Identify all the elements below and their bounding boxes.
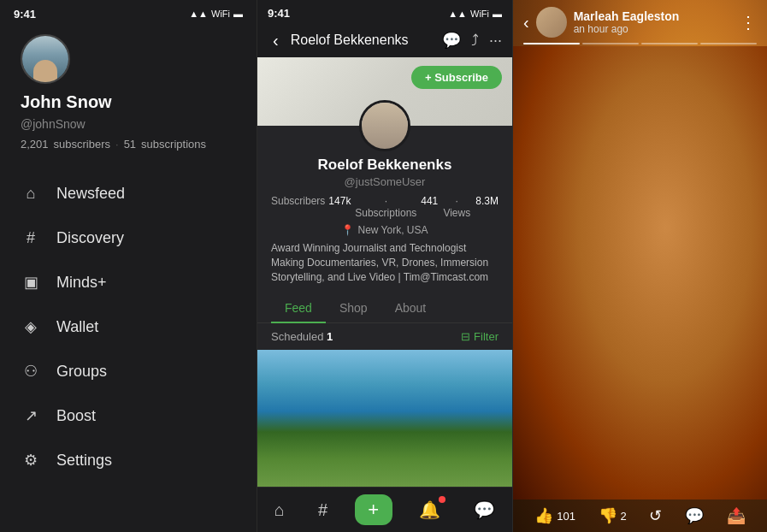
sidebar-item-boost[interactable]: ↗ Boost [0, 393, 257, 438]
plus-icon: + [368, 499, 379, 521]
subscribe-button[interactable]: + Subscribe [411, 66, 502, 89]
story-more-icon[interactable]: ⋮ [740, 12, 757, 33]
progress-segment-4 [700, 43, 757, 44]
avatar[interactable] [21, 34, 70, 84]
progress-segment-1 [523, 43, 580, 44]
comment-action[interactable]: 💬 [685, 506, 704, 525]
story-back-button[interactable]: ‹ [523, 13, 529, 33]
share-icon: 📤 [727, 506, 746, 525]
scheduled-bar: Scheduled 1 ⊟ Filter [257, 323, 512, 350]
bottom-chat-icon[interactable]: 💬 [467, 496, 502, 523]
avatar-face [33, 60, 57, 84]
dislike-icon: 👎 [599, 506, 617, 525]
bottom-nav-mid: ⌂ # + 🔔 💬 [257, 487, 512, 532]
sidebar-item-label-newsfeed: Newsfeed [56, 185, 125, 203]
panel-left: 9:41 ▲▲ WiFi ▬ John Snow @johnSnow 2,201… [0, 0, 257, 532]
profile-banner: + Subscribe [257, 57, 512, 126]
dot-separator: · [115, 138, 119, 151]
sidebar-item-mindsplus[interactable]: ▣ Minds+ [0, 260, 257, 304]
subscriptions-label: subscriptions [141, 138, 206, 151]
sidebar-item-label-discovery: Discovery [56, 229, 124, 247]
story-progress [513, 41, 767, 46]
panel-right: ‹ Marleah Eagleston an hour ago ⋮ 👍 101 … [513, 0, 767, 532]
post-image-landscape [257, 350, 512, 487]
profile-bio: Award Winning Journalist and Technologis… [271, 241, 499, 284]
story-user-info: Marleah Eagleston an hour ago [574, 9, 733, 35]
status-icons-left: ▲▲ WiFi ▬ [189, 9, 243, 19]
notification-dot [439, 496, 445, 503]
sidebar-item-label-settings: Settings [56, 452, 112, 470]
filter-button[interactable]: ⊟ Filter [461, 330, 499, 343]
profile-section: John Snow @johnSnow 2,201 subscribers · … [0, 24, 257, 164]
avatar-inner [22, 36, 68, 82]
sidebar-item-newsfeed[interactable]: ⌂ Newsfeed [0, 171, 257, 216]
wifi-icon: WiFi [211, 9, 230, 19]
back-button[interactable]: ‹ [268, 29, 284, 52]
subscribers-label: subscribers [54, 138, 110, 151]
wifi-icon-mid: WiFi [470, 9, 489, 19]
story-time: an hour ago [574, 23, 733, 35]
signal-icon-mid: ▲▲ [448, 9, 467, 19]
stat-sep1: · Subscriptions [354, 195, 417, 219]
post-image [257, 350, 512, 487]
status-icons-mid: ▲▲ WiFi ▬ [448, 9, 502, 19]
sidebar-item-wallet[interactable]: ◈ Wallet [0, 304, 257, 349]
share-icon[interactable]: ⤴ [471, 32, 479, 50]
bottom-plus-button[interactable]: + [355, 494, 392, 525]
story-username: Marleah Eagleston [574, 9, 733, 23]
more-options-icon[interactable]: ··· [489, 32, 502, 50]
mid-nav-icons: 💬 ⤴ ··· [442, 31, 502, 50]
stat-value-subscribers: 147k [328, 195, 351, 219]
wallet-icon: ◈ [21, 316, 41, 337]
profile-tabs: Feed Shop About [257, 294, 512, 323]
progress-segment-3 [641, 43, 698, 44]
panel-mid: 9:41 ▲▲ WiFi ▬ ‹ Roelof Bekkenenks 💬 ⤴ ·… [257, 0, 513, 532]
like-count: 101 [557, 510, 575, 523]
profile-handle-mid: @justSomeUser [271, 175, 499, 188]
profile-name-mid: Roelof Bekkenenks [271, 157, 499, 174]
bottom-home-icon[interactable]: ⌂ [268, 497, 292, 523]
like-action[interactable]: 👍 101 [534, 506, 575, 525]
bell-icon: 🔔 [419, 500, 440, 519]
stat-value-subscriptions: 441 [421, 195, 438, 219]
comment-icon: 💬 [685, 506, 704, 525]
profile-location: 📍 New York, USA [271, 224, 499, 236]
location-text: New York, USA [357, 224, 428, 236]
bottom-notification-icon[interactable]: 🔔 [412, 496, 447, 523]
dislike-action[interactable]: 👎 2 [599, 506, 627, 525]
tab-shop[interactable]: Shop [326, 294, 381, 323]
filter-label: Filter [474, 330, 499, 343]
signal-icon: ▲▲ [189, 9, 208, 19]
boost-icon: ↗ [21, 405, 41, 426]
sidebar-item-label-wallet: Wallet [56, 318, 98, 336]
sidebar-item-discovery[interactable]: # Discovery [0, 216, 257, 260]
share-action[interactable]: 📤 [727, 506, 746, 525]
story-header: ‹ Marleah Eagleston an hour ago ⋮ [513, 0, 767, 41]
mid-nav-bar: ‹ Roelof Bekkenenks 💬 ⤴ ··· [257, 24, 512, 57]
username: John Snow [21, 92, 236, 112]
status-bar-left: 9:41 ▲▲ WiFi ▬ [0, 0, 257, 24]
profile-nav-title: Roelof Bekkenenks [291, 33, 435, 48]
sidebar-item-label-groups: Groups [56, 363, 107, 381]
filter-icon: ⊟ [461, 330, 470, 343]
story-bottom-bar: 👍 101 👎 2 ↺ 💬 📤 [513, 499, 767, 532]
nav-menu: ⌂ Newsfeed # Discovery ▣ Minds+ ◈ Wallet… [0, 164, 257, 532]
repost-icon: ↺ [649, 506, 662, 525]
profile-avatar-mid-inner [362, 103, 408, 149]
dislike-count: 2 [621, 510, 627, 523]
status-time-mid: 9:41 [268, 7, 290, 20]
sidebar-item-groups[interactable]: ⚇ Groups [0, 349, 257, 393]
scheduled-count: 1 [327, 330, 333, 343]
like-icon: 👍 [534, 506, 553, 525]
profile-avatar-mid [359, 100, 410, 151]
tab-feed[interactable]: Feed [271, 294, 326, 323]
repost-action[interactable]: ↺ [649, 506, 662, 525]
sidebar-item-settings[interactable]: ⚙ Settings [0, 438, 257, 482]
tab-about[interactable]: About [381, 294, 440, 323]
story-content [513, 46, 767, 499]
stat-label-subscribers: Subscribers [271, 195, 325, 219]
stat-sep2: · Views [441, 195, 472, 219]
chat-bubble-icon[interactable]: 💬 [442, 31, 461, 50]
battery-icon: ▬ [233, 9, 243, 19]
bottom-hash-icon[interactable]: # [311, 497, 334, 523]
